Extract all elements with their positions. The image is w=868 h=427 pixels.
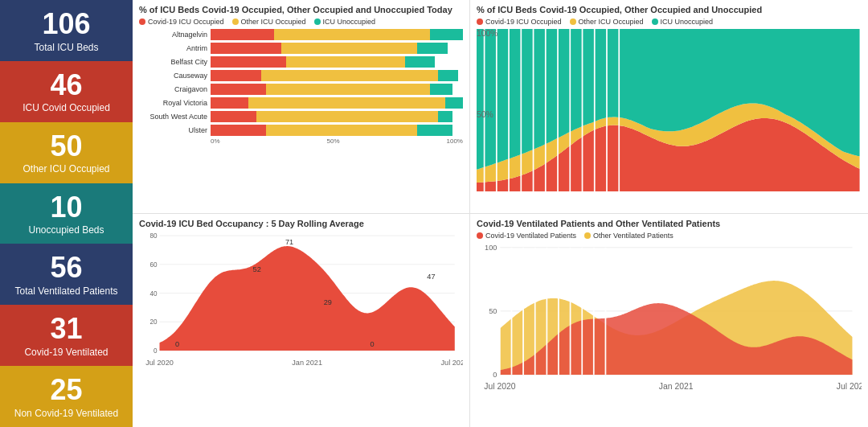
top-right-chart-title: % of ICU Beds Covid-19 Occupied, Other O…	[477, 5, 862, 14]
legend-label: ICU Unoccupied	[323, 18, 376, 26]
bar-container	[211, 29, 463, 40]
stat-number: 25	[50, 374, 82, 406]
legend-item: Other Ventilated Patients	[584, 232, 674, 240]
legend-item: ICU Unoccupied	[314, 18, 376, 26]
bar-label: Antrim	[139, 44, 207, 52]
legend-item: Covid-19 Ventilated Patients	[477, 232, 576, 240]
y-axis-label: 80	[149, 232, 158, 240]
bar-label: Causeway	[139, 72, 207, 80]
legend-item: ICU Unoccupied	[652, 18, 714, 26]
bar-label: Royal Victoria	[139, 99, 207, 107]
bottom-charts-row: Covid-19 ICU Bed Occupancy : 5 Day Rolli…	[133, 214, 868, 427]
bar-container	[211, 43, 463, 54]
bar-segment	[286, 56, 405, 68]
bar-segment	[430, 29, 463, 40]
stat-card: 10Unoccupied Beds	[0, 183, 133, 244]
bar-row: South West Acute	[139, 111, 463, 122]
legend-item: Other ICU Occupied	[570, 18, 644, 26]
bottom-left-chart-panel: Covid-19 ICU Bed Occupancy : 5 Day Rolli…	[133, 214, 470, 427]
stat-number: 10	[50, 191, 82, 224]
stat-number: 46	[50, 69, 82, 101]
bar-segment	[211, 97, 248, 109]
stat-card: 25Non Covid-19 Ventilated	[0, 366, 133, 427]
bar-row: Altnagelvin	[139, 29, 463, 40]
annotation-label: 47	[427, 273, 435, 281]
bar-label: Craigavon	[139, 85, 207, 93]
bottom-right-area-chart: 050100Jul 2020Jan 2021Jul 2021	[477, 243, 862, 392]
bar-container	[211, 97, 463, 109]
x-axis-label: Jan 2021	[659, 382, 694, 391]
legend-label: Covid-19 Ventilated Patients	[485, 232, 576, 240]
y-axis-label: 60	[149, 261, 158, 269]
bar-segment	[417, 43, 448, 54]
bar-row: Causeway	[139, 70, 463, 81]
y-axis-label: 50	[489, 307, 497, 315]
top-left-chart-panel: % of ICU Beds Covid-19 Occupied, Other O…	[133, 0, 470, 213]
bar-container	[211, 125, 463, 136]
bar-row: Antrim	[139, 43, 463, 54]
top-right-area-chart: 100%50%0%Jul 2020Jan 2021Jul 2021	[477, 29, 862, 191]
bar-segment	[211, 29, 274, 40]
sidebar: 106Total ICU Beds46ICU Covid Occupied50O…	[0, 0, 133, 427]
bar-segment	[417, 125, 452, 136]
bar-segment	[261, 70, 438, 81]
legend-dot	[232, 18, 239, 25]
legend-label: Covid-19 ICU Occupied	[485, 18, 562, 26]
bottom-left-area-chart: 0204060800527129047Jul 2020Jan 2021Jul 2…	[139, 232, 463, 367]
stat-card: 31Covid-19 Ventilated	[0, 305, 133, 366]
legend-item: Covid-19 ICU Occupied	[477, 18, 562, 26]
top-charts-row: % of ICU Beds Covid-19 Occupied, Other O…	[133, 0, 868, 213]
stat-label: ICU Covid Occupied	[23, 102, 110, 113]
annotation-label: 29	[324, 298, 332, 306]
bar-container	[211, 84, 463, 95]
stat-label: Unoccupied Beds	[28, 224, 104, 236]
bar-segment	[256, 111, 438, 122]
bar-label: Belfast City	[139, 58, 207, 66]
stat-card: 46ICU Covid Occupied	[0, 61, 133, 122]
stat-card: 106Total ICU Beds	[0, 0, 133, 61]
y-axis-label: 0	[493, 371, 497, 379]
top-right-svg-container: 100%50%0%Jul 2020Jan 2021Jul 2021	[477, 29, 862, 195]
bar-segment	[266, 125, 417, 136]
legend-item: Covid-19 ICU Occupied	[139, 18, 224, 26]
legend-label: Other ICU Occupied	[579, 18, 644, 26]
main-content: % of ICU Beds Covid-19 Occupied, Other O…	[133, 0, 868, 427]
stat-number: 56	[50, 252, 82, 284]
bar-row: Craigavon	[139, 84, 463, 95]
annotation-label: 0	[370, 340, 374, 348]
y-axis-label: 0	[154, 347, 158, 355]
annotation-label: 71	[285, 238, 293, 246]
bar-row: Belfast City	[139, 56, 463, 68]
stat-number: 106	[42, 8, 90, 40]
top-right-chart-panel: % of ICU Beds Covid-19 Occupied, Other O…	[470, 0, 868, 213]
bottom-right-svg-container: 050100Jul 2020Jan 2021Jul 2021	[477, 243, 862, 395]
legend-label: ICU Unoccupied	[661, 18, 714, 26]
bar-segment	[274, 29, 431, 40]
top-left-chart-title: % of ICU Beds Covid-19 Occupied, Other O…	[139, 5, 463, 14]
stat-label: Total Ventilated Patients	[14, 285, 117, 297]
axis-label: 0%	[211, 138, 220, 145]
stat-label: Non Covid-19 Ventilated	[14, 408, 118, 419]
stat-card: 56Total Ventilated Patients	[0, 244, 133, 305]
y-axis-label: 50%	[477, 110, 493, 119]
bar-segment	[405, 56, 436, 68]
top-right-legend: Covid-19 ICU OccupiedOther ICU OccupiedI…	[477, 18, 862, 26]
bar-segment	[281, 43, 418, 54]
bar-segment	[211, 84, 266, 95]
legend-label: Covid-19 ICU Occupied	[148, 18, 224, 26]
bar-row: Ulster	[139, 125, 463, 136]
bottom-right-legend: Covid-19 Ventilated PatientsOther Ventil…	[477, 232, 862, 240]
y-axis-label: 40	[149, 290, 158, 298]
bar-container	[211, 111, 463, 122]
bar-segment	[445, 97, 463, 109]
x-axis-label: Jul 2020	[145, 359, 174, 367]
stat-card: 50Other ICU Occupied	[0, 122, 133, 183]
y-axis-label: 100	[485, 244, 497, 252]
bar-label: Altnagelvin	[139, 31, 207, 39]
annotation-label: 0	[175, 340, 179, 348]
bar-segment	[266, 84, 430, 95]
bottom-left-chart-title: Covid-19 ICU Bed Occupancy : 5 Day Rolli…	[139, 219, 463, 228]
bar-segment	[248, 97, 445, 109]
axis-label: 50%	[327, 138, 340, 145]
bar-segment	[211, 111, 256, 122]
